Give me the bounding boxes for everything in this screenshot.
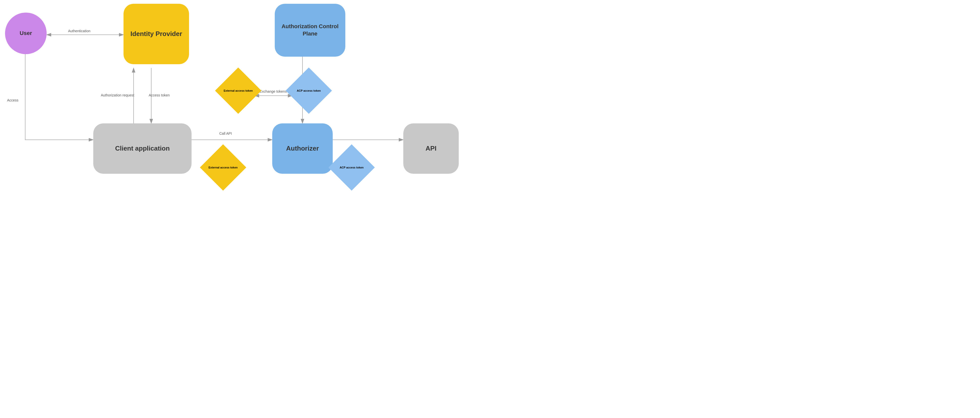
client-application-node: Client application: [93, 124, 192, 174]
client-application-label: Client application: [115, 144, 170, 153]
access-token-label: Access token: [149, 93, 170, 97]
acp-token-top-label: ACP access token: [293, 74, 325, 107]
api-node: API: [403, 124, 459, 174]
identity-provider-label: Identity Provider: [130, 30, 182, 38]
authorizer-node: Authorizer: [272, 124, 333, 174]
authorizer-label: Authorizer: [286, 144, 319, 153]
api-label: API: [425, 144, 436, 153]
acp-token-bottom-node: ACP access token: [328, 144, 375, 191]
access-label: Access: [7, 98, 18, 102]
user-label: User: [20, 30, 32, 37]
user-node: User: [5, 13, 47, 54]
acp-token-top-node: ACP access token: [286, 68, 332, 114]
call-api-label: Call API: [219, 131, 232, 136]
diagram: Authentication Access Authorization requ…: [0, 0, 490, 209]
authorization-request-label: Authorization request: [101, 93, 134, 97]
external-token-top-node: External access token: [215, 68, 261, 114]
external-token-top-label: External access token: [222, 74, 255, 107]
authentication-label: Authentication: [68, 29, 91, 33]
authorization-control-plane-node: Authorization Control Plane: [275, 4, 345, 57]
identity-provider-node: Identity Provider: [124, 4, 189, 64]
external-token-bottom-node: External access token: [200, 144, 246, 191]
authorization-control-plane-label: Authorization Control Plane: [275, 23, 345, 37]
exchange-tokens-label: Exchange tokens: [259, 89, 286, 93]
acp-token-bottom-label: ACP access token: [335, 151, 368, 184]
external-token-bottom-label: External access token: [207, 151, 239, 184]
